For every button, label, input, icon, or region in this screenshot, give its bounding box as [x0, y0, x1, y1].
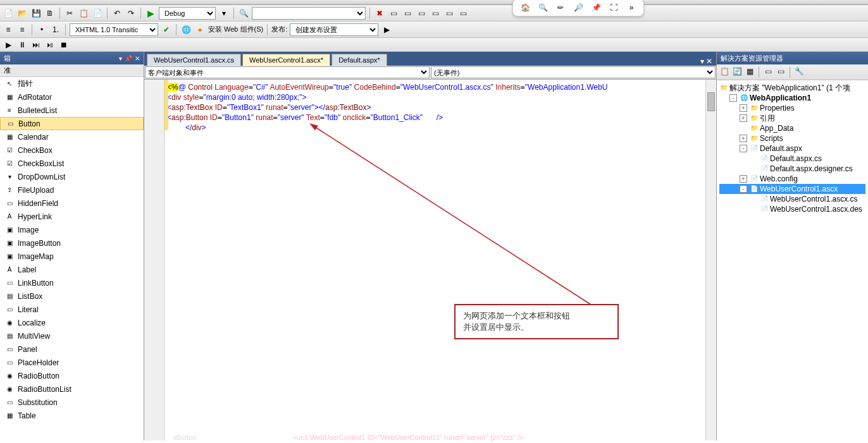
wuc-des-node[interactable]: 📄WebUserControl1.ascx.des — [719, 204, 865, 214]
toolbox-item-placeholder[interactable]: ▭PlaceHolder — [0, 356, 144, 369]
appdata-node[interactable]: 📁App_Data — [719, 123, 865, 133]
doctype-combo[interactable]: XHTML 1.0 Transitic — [70, 23, 158, 36]
fb-search-icon[interactable]: 🔍 — [536, 1, 550, 15]
sln-refresh-icon[interactable]: 🔄 — [732, 66, 742, 76]
pub-go-icon[interactable]: ▶ — [381, 24, 392, 35]
find-icon[interactable]: 🔍 — [238, 8, 249, 19]
find-combo[interactable] — [252, 7, 366, 20]
t5-icon[interactable]: ▭ — [430, 8, 441, 19]
pin-icon[interactable]: 📌 — [125, 55, 132, 62]
t4-icon[interactable]: ▭ — [416, 8, 427, 19]
tab[interactable]: WebUserControl1.ascx* — [242, 54, 330, 66]
project-node[interactable]: -🌐WebApplication1 — [719, 93, 865, 103]
copy-icon[interactable]: 📋 — [78, 8, 89, 19]
d4-icon[interactable]: ⏯ — [44, 39, 56, 51]
toolbox-item-multiview[interactable]: ▤MultiView — [0, 329, 144, 343]
expander-icon[interactable]: + — [740, 175, 747, 183]
sln-code-icon[interactable]: ▭ — [776, 66, 786, 76]
toolbox-category[interactable]: 准 — [0, 64, 144, 77]
t3-icon[interactable]: ▭ — [402, 8, 413, 19]
toolbox-item-fileupload[interactable]: ⇪FileUpload — [0, 183, 144, 197]
toolbox-item-button[interactable]: ▭Button — [0, 117, 144, 130]
redo-icon[interactable]: ↷ — [125, 8, 137, 19]
default-aspx-node[interactable]: -📄Default.aspx — [719, 143, 865, 154]
toolbox-item-checkboxlist[interactable]: ☑CheckBoxList — [0, 157, 144, 170]
sln-copy-icon[interactable]: 🔧 — [794, 66, 804, 76]
toolbox-item-adrotator[interactable]: ▦AdRotator — [0, 90, 144, 104]
toolbox-item-calendar[interactable]: ▦Calendar — [0, 130, 144, 143]
close-icon[interactable]: ✕ — [135, 55, 140, 62]
code-editor[interactable]: <%@ Control Language="C#" AutoEventWireu… — [144, 80, 716, 440]
saveall-icon[interactable]: 🗎 — [44, 8, 56, 19]
references-node[interactable]: +📁引用 — [719, 113, 865, 123]
events-dropdown[interactable]: (无事件) — [431, 66, 716, 78]
expander-icon[interactable]: - — [740, 185, 747, 193]
objects-dropdown[interactable]: 客户端对象和事件 — [145, 66, 430, 78]
toolbox-item-substitution[interactable]: ▭Substitution — [0, 396, 144, 409]
fb-home-icon[interactable]: 🏠 — [518, 1, 532, 15]
indent-icon[interactable]: ≡ — [3, 24, 14, 35]
toolbox-item-radiobuttonlist[interactable]: ◉RadioButtonList — [0, 382, 144, 396]
paste-icon[interactable]: 📄 — [92, 8, 103, 19]
new-icon[interactable]: 📄 — [3, 8, 14, 19]
sln-view-icon[interactable]: ▭ — [763, 66, 773, 76]
d3-icon[interactable]: ⏭ — [30, 39, 42, 51]
tab[interactable]: WebUserControl1.ascx.cs — [147, 54, 241, 66]
toolbox-item-localize[interactable]: ◉Localize — [0, 316, 144, 329]
t6-icon[interactable]: ▭ — [443, 8, 455, 19]
toolbox-item-listbox[interactable]: ▤ListBox — [0, 289, 144, 303]
run-icon[interactable]: ▶ — [145, 8, 156, 19]
toolbox-item-bulletedlist[interactable]: ≡BulletedList — [0, 104, 144, 117]
scripts-node[interactable]: +📁Scripts — [719, 133, 865, 143]
d1-icon[interactable]: ▶ — [3, 39, 14, 51]
webconfig-node[interactable]: +📄Web.config — [719, 174, 865, 184]
fb-expand-icon[interactable]: ⛶ — [607, 1, 621, 15]
save-icon[interactable]: 💾 — [30, 8, 42, 19]
fb-more-icon[interactable]: » — [624, 1, 638, 15]
solution-root[interactable]: 📁解决方案 "WebApplication1" (1 个项 — [719, 83, 865, 93]
toolbox-item-linkbutton[interactable]: ▭LinkButton — [0, 276, 144, 289]
warn-orange-icon[interactable]: ● — [194, 24, 206, 35]
toolbox-item-imagemap[interactable]: ▣ImageMap — [0, 250, 144, 263]
expander-icon[interactable]: + — [740, 135, 747, 142]
check-icon[interactable]: ✔ — [161, 24, 172, 35]
install-btn[interactable]: 安装 Web 组件(S) — [208, 25, 263, 34]
fb-zoom-icon[interactable]: 🔎 — [571, 1, 585, 15]
world-icon[interactable]: 🌐 — [180, 24, 192, 35]
d2-icon[interactable]: ⏸ — [16, 39, 28, 51]
wuc-cs-node[interactable]: 📄WebUserControl1.ascx.cs — [719, 194, 865, 204]
wuc-node[interactable]: -📄WebUserControl1.ascx — [719, 184, 865, 194]
x-icon[interactable]: ✖ — [374, 8, 385, 19]
outdent-icon[interactable]: ≡ — [16, 24, 28, 35]
sln-prop-icon[interactable]: 📋 — [719, 66, 729, 76]
publish-combo[interactable]: 创建发布设置 — [290, 23, 378, 36]
expander-icon[interactable]: - — [729, 94, 737, 102]
toolbox-item-label[interactable]: ALabel — [0, 263, 144, 276]
toolbox-item-checkbox[interactable]: ☑CheckBox — [0, 143, 144, 157]
cut-icon[interactable]: ✂ — [64, 8, 75, 19]
toolbox-item-table[interactable]: ▦Table — [0, 409, 144, 422]
expander-icon[interactable]: - — [740, 145, 747, 152]
toolbox-item-image[interactable]: ▣Image — [0, 223, 144, 236]
toolbox-item-imagebutton[interactable]: ▣ImageButton — [0, 236, 144, 250]
tab[interactable]: Default.aspx* — [332, 54, 387, 66]
d5-icon[interactable]: ⏹ — [58, 39, 70, 51]
number-icon[interactable]: 1. — [50, 24, 61, 35]
fb-wand-icon[interactable]: ✏ — [554, 1, 567, 15]
properties-node[interactable]: +📁Properties — [719, 103, 865, 113]
more-icon[interactable]: ▾ — [218, 8, 230, 19]
sln-showall-icon[interactable]: ▦ — [745, 66, 755, 76]
default-cs-node[interactable]: 📄Default.aspx.cs — [719, 154, 865, 164]
t2-icon[interactable]: ▭ — [388, 8, 399, 19]
expander-icon[interactable]: + — [740, 104, 747, 112]
toolbox-item-指针[interactable]: ↖指针 — [0, 77, 144, 90]
dropdown-icon[interactable]: ▾ — [119, 55, 122, 62]
t7-icon[interactable]: ▭ — [457, 8, 469, 19]
toolbox-item-dropdownlist[interactable]: ▾DropDownList — [0, 170, 144, 183]
toolbox-item-hyperlink[interactable]: AHyperLink — [0, 210, 144, 223]
expander-icon[interactable]: + — [740, 114, 747, 122]
tab-close-icon[interactable]: ▾ ✕ — [697, 57, 716, 66]
toolbox-item-panel[interactable]: ▭Panel — [0, 343, 144, 356]
open-icon[interactable]: 📂 — [16, 8, 28, 19]
toolbox-item-literal[interactable]: ▭Literal — [0, 303, 144, 316]
